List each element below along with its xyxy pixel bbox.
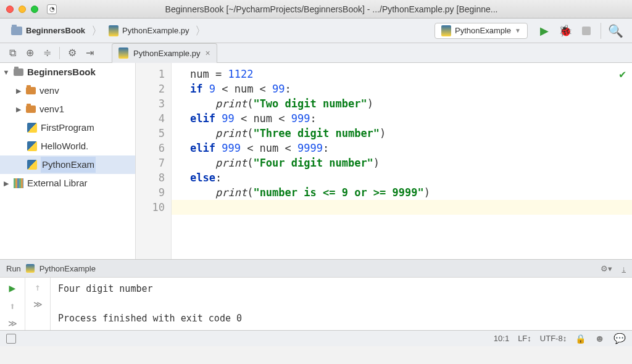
breadcrumb-file[interactable]: PythonExample.py [104,23,194,39]
scroll-from-source-icon[interactable]: ⊕ [22,46,37,60]
project-toolbar: ⧉ ⊕ ≑ ⚙ ⇥ PythonExample.py × [0,43,632,63]
rerun-button[interactable]: ▶ [9,281,16,294]
editor-tab[interactable]: PythonExample.py × [112,43,217,63]
run-title-name: PythonExample [40,264,96,273]
folder-icon [14,68,23,76]
python-file-icon [27,123,37,133]
folder-icon [26,105,36,113]
run-title-prefix: Run [6,264,21,273]
run-configuration-dropdown[interactable]: PythonExample ▼ [434,23,528,39]
folder-icon [11,27,22,35]
minimize-button[interactable] [19,6,26,13]
file-encoding[interactable]: UTF-8↕ [540,334,567,343]
lock-icon[interactable]: 🔒 [575,334,586,344]
inspection-ok-icon: ✔ [619,67,626,81]
run-side-toolbar-2: ↑ ≫ [25,278,50,330]
settings-icon[interactable]: ⚙ [65,46,80,60]
hide-icon[interactable]: ⇥ [82,46,97,60]
tree-item-label: venv [40,83,59,99]
code-area[interactable]: ✔ num = 1122 if 9 < num < 99: print("Two… [172,63,632,259]
select-open-file-icon[interactable]: ⧉ [5,46,20,60]
tool-windows-icon[interactable] [6,334,16,344]
tree-item-label: External Librar [27,175,88,191]
code-line: print("Three digit number") [190,126,632,141]
tree-item-label: HelloWorld. [41,138,88,154]
expand-icon[interactable]: ▶ [15,101,22,117]
code-editor[interactable]: 123 456 789 10 ✔ num = 1122 if 9 < num <… [136,63,632,259]
code-line [172,200,632,215]
output-line: Four digit number [58,281,242,296]
code-line: print("Two digit number") [190,96,632,111]
code-line: num = 1122 [190,67,632,81]
code-line: print("number is <= 9 or >= 9999") [190,185,632,200]
more-button[interactable]: ≫ [8,318,17,328]
up-button[interactable]: ↑ [35,281,41,293]
expand-icon[interactable]: ▶ [15,83,22,99]
app-icon: ◔ [47,4,57,14]
download-icon[interactable]: ↓ [622,264,626,273]
project-sidebar[interactable]: ▼ BeginnersBook ▶ venv ▶ venv1 FirstProg… [0,63,136,259]
breadcrumb-file-label: PythonExample.py [122,26,189,35]
collapse-all-icon[interactable]: ≑ [40,46,54,60]
code-line: else: [190,170,632,185]
tree-item-label: venv1 [40,101,64,117]
run-button[interactable]: ▶ [536,23,552,39]
up-stack-button[interactable]: ⬆ [9,300,15,312]
debug-button[interactable]: 🐞 [557,23,573,39]
tree-root[interactable]: ▼ BeginnersBook [0,63,135,81]
traffic-lights [6,6,38,13]
chevron-right-icon: 〉 [195,23,206,38]
code-line: if 9 < num < 99: [190,81,632,96]
tree-item-label: FirstProgram [41,120,94,136]
folder-icon [26,87,36,94]
run-side-toolbar: ▶ ⬆ ≫ [0,278,25,330]
close-button[interactable] [6,6,14,13]
status-bar: 10:1 LF↕ UTF-8↕ 🔒 ☻ 💬 [0,330,632,346]
chevron-down-icon: ▼ [515,27,521,34]
tree-external-libraries[interactable]: ▶ External Librar [0,174,135,192]
separator [601,23,601,39]
search-button[interactable]: 🔍 [607,23,623,39]
code-line: elif 99 < num < 999: [190,111,632,126]
more-button[interactable]: ≫ [33,299,43,309]
python-file-icon [118,48,128,59]
close-tab-icon[interactable]: × [205,48,210,58]
main-area: ▼ BeginnersBook ▶ venv ▶ venv1 FirstProg… [0,63,632,259]
tree-item-firstprogram[interactable]: FirstProgram [0,118,135,137]
tree-item-label: PythonExam [41,157,96,173]
python-file-icon [27,160,37,170]
python-file-icon [109,25,118,36]
code-line: print("Four digit number") [190,155,632,170]
library-icon [14,178,23,188]
tree-item-helloworld[interactable]: HelloWorld. [0,137,135,155]
collapse-icon[interactable]: ▼ [2,64,10,80]
run-output[interactable]: Four digit number Process finished with … [51,278,249,330]
tree-root-label: BeginnersBook [27,64,96,80]
tree-item-venv[interactable]: ▶ venv [0,81,135,100]
editor-gutter: 123 456 789 10 [136,63,172,259]
navigation-bar: BeginnersBook 〉 PythonExample.py 〉 Pytho… [0,19,632,43]
separator [59,47,60,59]
gear-icon[interactable]: ⚙▾ [601,264,612,273]
window-title: BeginnersBook [~/PycharmProjects/Beginne… [62,4,626,14]
tree-item-pythonexample[interactable]: PythonExam [0,155,135,174]
output-line: Process finished with exit code 0 [58,311,242,326]
stop-button[interactable] [578,23,594,39]
run-config-label: PythonExample [455,26,511,35]
code-line: elif 999 < num < 9999: [190,141,632,155]
run-tool-window: Run PythonExample ⚙▾ ↓ ▶ ⬆ ≫ ↑ ≫ Four di… [0,259,632,330]
zoom-button[interactable] [31,6,38,13]
run-header[interactable]: Run PythonExample ⚙▾ ↓ [0,260,632,277]
breadcrumb-project[interactable]: BeginnersBook [6,23,90,38]
python-file-icon [441,25,451,36]
tree-item-venv1[interactable]: ▶ venv1 [0,100,135,118]
chevron-right-icon: 〉 [91,23,102,38]
editor-tab-label: PythonExample.py [133,49,200,58]
inspector-icon[interactable]: ☻ [594,333,605,344]
python-file-icon [26,264,35,273]
feedback-icon[interactable]: 💬 [613,333,626,344]
window-titlebar: ◔ BeginnersBook [~/PycharmProjects/Begin… [0,0,632,19]
line-separator[interactable]: LF↕ [518,334,531,343]
caret-position[interactable]: 10:1 [494,334,509,343]
expand-icon[interactable]: ▶ [2,175,10,191]
